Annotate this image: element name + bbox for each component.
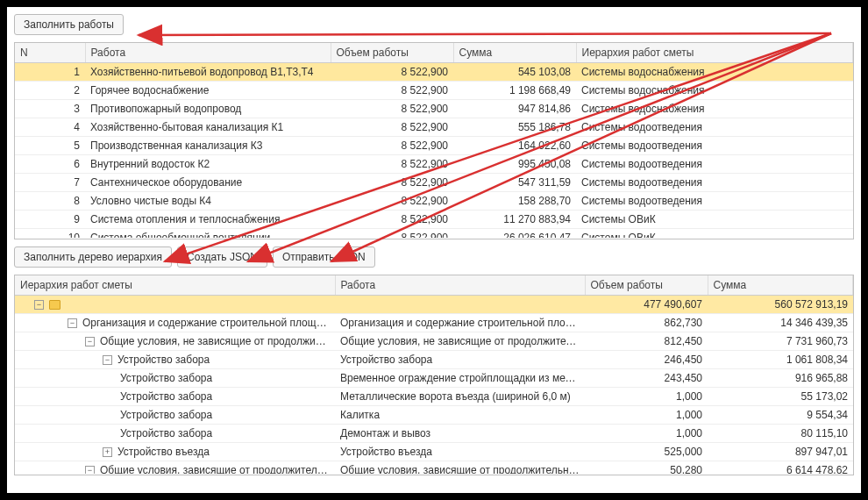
cell-work: Горячее водоснабжение (85, 82, 331, 100)
tree-row[interactable]: Устройство забораМеталлические ворота въ… (15, 388, 853, 406)
cell-tree-hierarchy: +Устройство въезда (15, 443, 335, 461)
expand-icon[interactable]: − (68, 318, 77, 328)
col-hierarchy[interactable]: Иерархия работ сметы (576, 43, 853, 63)
cell-sum: 555 186,78 (453, 118, 576, 137)
cell-tree-volume: 525,000 (585, 443, 708, 461)
tree-row[interactable]: −Организация и содержание строительной п… (15, 314, 853, 332)
table-row[interactable]: 2Горячее водоснабжение8 522,9001 198 668… (15, 82, 853, 100)
cell-work: Система отопления и теплоснабжения (85, 211, 331, 229)
cell-tree-hierarchy: Устройство забора (15, 406, 335, 425)
table-row[interactable]: 3Противопожарный водопровод8 522,900947 … (15, 100, 853, 118)
cell-n: 2 (15, 82, 85, 100)
cell-tree-volume: 1,000 (585, 425, 708, 443)
table-row[interactable]: 4Хозяйственно-бытовая канализация К18 52… (15, 118, 853, 137)
col-sum[interactable]: Сумма (453, 43, 576, 63)
works-table-scroll[interactable]: 1Хозяйственно-питьевой водопровод В1,Т3,… (15, 63, 853, 238)
cell-sum: 26 026 610,47 (453, 229, 576, 239)
cell-tree-hierarchy: Устройство забора (15, 388, 335, 406)
cell-tree-volume: 477 490,607 (585, 296, 708, 314)
table-row[interactable]: 9Система отопления и теплоснабжения8 522… (15, 211, 853, 229)
tree-row[interactable]: −Устройство забораУстройство забора246,4… (15, 351, 853, 369)
cell-tree-work: Демонтаж и вывоз (335, 425, 585, 443)
table-row[interactable]: 7Сантехническое оборудование8 522,900547… (15, 174, 853, 192)
tree-row[interactable]: +Устройство въездаУстройство въезда525,0… (15, 443, 853, 461)
cell-volume: 8 522,900 (331, 100, 453, 118)
col-tree-sum[interactable]: Сумма (708, 275, 853, 296)
cell-tree-hierarchy: −Организация и содержание строительной п… (15, 314, 335, 332)
table-row[interactable]: 6Внутренний водосток К28 522,900995 450,… (15, 155, 853, 174)
table-row[interactable]: 1Хозяйственно-питьевой водопровод В1,Т3,… (15, 63, 853, 82)
cell-tree-sum: 897 947,01 (708, 443, 853, 461)
cell-tree-hierarchy: −Устройство забора (15, 351, 335, 369)
works-table: N Работа Объем работы Сумма Иерархия раб… (14, 42, 854, 239)
col-n[interactable]: N (15, 43, 85, 63)
cell-work: Хозяйственно-бытовая канализация К1 (85, 118, 331, 137)
cell-hierarchy: Системы водоотведения (576, 174, 853, 192)
cell-n: 8 (15, 192, 85, 211)
cell-tree-work: Устройство въезда (335, 443, 585, 461)
cell-hierarchy: Системы водоотведения (576, 155, 853, 174)
cell-n: 10 (15, 229, 85, 239)
tree-row[interactable]: −Общие условия, зависящие от продолжител… (15, 461, 853, 475)
cell-tree-work: Общие условия, зависящие от продолжитель… (335, 461, 585, 475)
cell-tree-volume: 246,450 (585, 351, 708, 369)
cell-tree-volume: 1,000 (585, 388, 708, 406)
cell-hierarchy: Системы водоотведения (576, 192, 853, 211)
cell-volume: 8 522,900 (331, 174, 453, 192)
table-row[interactable]: 10Система общеобменной вентиляции8 522,9… (15, 229, 853, 239)
cell-tree-sum: 560 572 913,19 (708, 296, 853, 314)
cell-tree-work: Калитка (335, 406, 585, 425)
tree-row[interactable]: −477 490,607560 572 913,19 (15, 296, 853, 314)
table-row[interactable]: 5Производственная канализация К38 522,90… (15, 137, 853, 155)
cell-sum: 547 311,59 (453, 174, 576, 192)
cell-hierarchy: Системы водоотведения (576, 118, 853, 137)
fill-hierarchy-button[interactable]: Заполнить дерево иерархия (14, 246, 172, 268)
cell-tree-volume: 50,280 (585, 461, 708, 475)
cell-tree-sum: 14 346 439,35 (708, 314, 853, 332)
cell-tree-work: Временное ограждение стройплощадки из ме… (335, 369, 585, 388)
cell-work: Внутренний водосток К2 (85, 155, 331, 174)
cell-tree-volume: 812,450 (585, 332, 708, 351)
cell-work: Система общеобменной вентиляции (85, 229, 331, 239)
col-tree-hierarchy[interactable]: Иерархия работ сметы (15, 275, 335, 296)
tree-row[interactable]: Устройство забораКалитка1,0009 554,34 (15, 406, 853, 425)
cell-work: Хозяйственно-питьевой водопровод В1,Т3,Т… (85, 63, 331, 82)
create-json-button[interactable]: Создать JSON (177, 246, 267, 268)
expand-icon[interactable]: + (103, 447, 112, 457)
tree-row[interactable]: −Общие условия, не зависящие от продолжи… (15, 332, 853, 351)
cell-sum: 158 288,70 (453, 192, 576, 211)
tree-row[interactable]: Устройство забораВременное ограждение ст… (15, 369, 853, 388)
cell-n: 5 (15, 137, 85, 155)
expand-icon[interactable]: − (85, 337, 95, 346)
cell-tree-sum: 7 731 960,73 (708, 332, 853, 351)
cell-volume: 8 522,900 (331, 82, 453, 100)
cell-hierarchy: Системы водоснабжения (576, 63, 853, 82)
hierarchy-table: Иерархия работ сметы Работа Объем работы… (14, 275, 854, 475)
cell-n: 4 (15, 118, 85, 137)
cell-tree-sum: 55 173,02 (708, 388, 853, 406)
col-volume[interactable]: Объем работы (331, 43, 453, 63)
col-work[interactable]: Работа (85, 43, 331, 63)
expand-icon[interactable]: − (103, 355, 112, 365)
tree-row[interactable]: Устройство забораДемонтаж и вывоз1,00080… (15, 425, 853, 443)
cell-sum: 995 450,08 (453, 155, 576, 174)
cell-work: Производственная канализация К3 (85, 137, 331, 155)
col-tree-work[interactable]: Работа (335, 275, 585, 296)
table-row[interactable]: 8Условно чистые воды К48 522,900158 288,… (15, 192, 853, 211)
cell-work: Сантехническое оборудование (85, 174, 331, 192)
cell-tree-work: Устройство забора (335, 351, 585, 369)
col-tree-volume[interactable]: Объем работы (585, 275, 708, 296)
cell-n: 6 (15, 155, 85, 174)
cell-tree-sum: 916 965,88 (708, 369, 853, 388)
cell-work: Противопожарный водопровод (85, 100, 331, 118)
cell-tree-sum: 1 061 808,34 (708, 351, 853, 369)
send-json-button[interactable]: Отправить JSON (273, 246, 375, 268)
cell-n: 7 (15, 174, 85, 192)
fill-works-button[interactable]: Заполнить работы (14, 14, 124, 35)
cell-volume: 8 522,900 (331, 63, 453, 82)
cell-hierarchy: Системы водоотведения (576, 137, 853, 155)
expand-icon[interactable]: − (34, 300, 44, 310)
hierarchy-table-scroll[interactable]: −477 490,607560 572 913,19−Организация и… (15, 296, 853, 474)
cell-tree-volume: 862,730 (585, 314, 708, 332)
expand-icon[interactable]: − (85, 466, 95, 474)
